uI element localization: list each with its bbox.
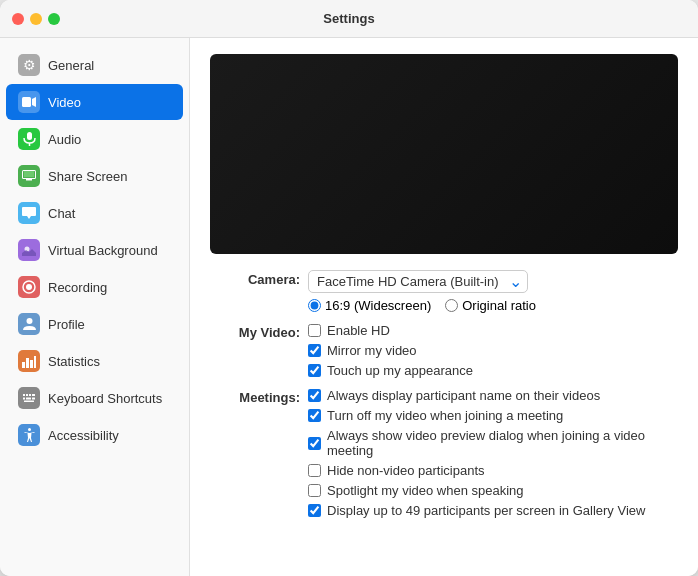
sidebar-item-recording[interactable]: Recording (6, 269, 183, 305)
meeting-opt6-checkbox[interactable] (308, 504, 321, 517)
svg-rect-16 (34, 356, 36, 368)
enable-hd-label: Enable HD (327, 323, 390, 338)
sidebar-label-profile: Profile (48, 317, 85, 332)
sidebar-label-general: General (48, 58, 94, 73)
recording-icon (18, 276, 40, 298)
meeting-opt4-label: Hide non-video participants (327, 463, 485, 478)
sidebar-label-statistics: Statistics (48, 354, 100, 369)
virtual-background-icon (18, 239, 40, 261)
svg-point-12 (26, 318, 32, 324)
sidebar-label-audio: Audio (48, 132, 81, 147)
titlebar: Settings (0, 0, 698, 38)
minimize-button[interactable] (30, 13, 42, 25)
statistics-icon (18, 350, 40, 372)
sidebar-item-profile[interactable]: Profile (6, 306, 183, 342)
ratio-row: 16:9 (Widescreen) Original ratio (308, 298, 678, 313)
sidebar-item-audio[interactable]: Audio (6, 121, 183, 157)
meeting-opt2-label: Turn off my video when joining a meeting (327, 408, 563, 423)
sidebar-item-accessibility[interactable]: Accessibility (6, 417, 183, 453)
svg-rect-18 (23, 394, 25, 396)
ratio-original-radio[interactable] (445, 299, 458, 312)
camera-select-row: FaceTime HD Camera (Built-in) ⌄ (308, 270, 678, 293)
close-button[interactable] (12, 13, 24, 25)
camera-select-wrapper[interactable]: FaceTime HD Camera (Built-in) ⌄ (308, 270, 528, 293)
my-video-controls: Enable HD Mirror my video Touch up my ap… (308, 323, 678, 378)
meeting-opt1-checkbox[interactable] (308, 389, 321, 402)
main-panel: Camera: FaceTime HD Camera (Built-in) ⌄ (190, 38, 698, 576)
svg-rect-6 (26, 179, 32, 181)
enable-hd-checkbox[interactable] (308, 324, 321, 337)
meeting-opt1-option[interactable]: Always display participant name on their… (308, 388, 678, 403)
video-preview-inner (210, 54, 678, 254)
meetings-row: Meetings: Always display participant nam… (210, 388, 678, 518)
mirror-video-option[interactable]: Mirror my video (308, 343, 678, 358)
svg-rect-23 (26, 398, 31, 400)
camera-row: Camera: FaceTime HD Camera (Built-in) ⌄ (210, 270, 678, 313)
content-area: ⚙ General Video Audio Share Screen (0, 38, 698, 576)
touch-up-option[interactable]: Touch up my appearance (308, 363, 678, 378)
svg-marker-1 (32, 97, 36, 107)
svg-rect-0 (22, 97, 31, 107)
profile-icon (18, 313, 40, 335)
svg-point-26 (28, 428, 31, 431)
svg-rect-15 (30, 360, 33, 368)
sidebar-item-keyboard-shortcuts[interactable]: Keyboard Shortcuts (6, 380, 183, 416)
svg-rect-22 (23, 398, 25, 400)
camera-controls: FaceTime HD Camera (Built-in) ⌄ 16:9 (Wi… (308, 270, 678, 313)
enable-hd-option[interactable]: Enable HD (308, 323, 678, 338)
meeting-opt3-option[interactable]: Always show video preview dialog when jo… (308, 428, 678, 458)
ratio-widescreen-option[interactable]: 16:9 (Widescreen) (308, 298, 431, 313)
meeting-opt5-checkbox[interactable] (308, 484, 321, 497)
mirror-video-checkbox[interactable] (308, 344, 321, 357)
share-screen-icon (18, 165, 40, 187)
svg-rect-13 (22, 362, 25, 368)
meeting-opt4-option[interactable]: Hide non-video participants (308, 463, 678, 478)
camera-select[interactable]: FaceTime HD Camera (Built-in) (308, 270, 528, 293)
keyboard-shortcuts-icon (18, 387, 40, 409)
meetings-label: Meetings: (210, 388, 300, 405)
my-video-label: My Video: (210, 323, 300, 340)
svg-rect-14 (26, 358, 29, 368)
svg-rect-21 (32, 394, 35, 396)
sidebar-label-chat: Chat (48, 206, 75, 221)
ratio-original-label: Original ratio (462, 298, 536, 313)
sidebar-label-accessibility: Accessibility (48, 428, 119, 443)
meetings-controls: Always display participant name on their… (308, 388, 678, 518)
touch-up-checkbox[interactable] (308, 364, 321, 377)
meeting-opt2-option[interactable]: Turn off my video when joining a meeting (308, 408, 678, 423)
meeting-opt3-label: Always show video preview dialog when jo… (327, 428, 678, 458)
sidebar-label-keyboard-shortcuts: Keyboard Shortcuts (48, 391, 162, 406)
svg-rect-25 (24, 401, 34, 403)
meeting-opt3-checkbox[interactable] (308, 437, 321, 450)
settings-window: Settings ⚙ General Video Audio (0, 0, 698, 576)
meeting-opt4-checkbox[interactable] (308, 464, 321, 477)
sidebar-item-video[interactable]: Video (6, 84, 183, 120)
ratio-widescreen-label: 16:9 (Widescreen) (325, 298, 431, 313)
svg-point-11 (26, 284, 32, 290)
traffic-lights (12, 13, 60, 25)
sidebar-item-share-screen[interactable]: Share Screen (6, 158, 183, 194)
sidebar-label-share-screen: Share Screen (48, 169, 128, 184)
meeting-opt5-option[interactable]: Spotlight my video when speaking (308, 483, 678, 498)
window-title: Settings (323, 11, 374, 26)
maximize-button[interactable] (48, 13, 60, 25)
sidebar-label-virtual-background: Virtual Background (48, 243, 158, 258)
touch-up-label: Touch up my appearance (327, 363, 473, 378)
meeting-opt2-checkbox[interactable] (308, 409, 321, 422)
audio-icon (18, 128, 40, 150)
sidebar-item-virtual-background[interactable]: Virtual Background (6, 232, 183, 268)
sidebar-item-general[interactable]: ⚙ General (6, 47, 183, 83)
svg-rect-2 (27, 132, 32, 140)
sidebar: ⚙ General Video Audio Share Screen (0, 38, 190, 576)
sidebar-item-statistics[interactable]: Statistics (6, 343, 183, 379)
sidebar-item-chat[interactable]: Chat (6, 195, 183, 231)
meeting-opt6-option[interactable]: Display up to 49 participants per screen… (308, 503, 678, 518)
ratio-widescreen-radio[interactable] (308, 299, 321, 312)
chat-icon (18, 202, 40, 224)
video-preview (210, 54, 678, 254)
video-icon (18, 91, 40, 113)
general-icon: ⚙ (18, 54, 40, 76)
ratio-original-option[interactable]: Original ratio (445, 298, 536, 313)
accessibility-icon (18, 424, 40, 446)
svg-rect-20 (29, 394, 31, 396)
